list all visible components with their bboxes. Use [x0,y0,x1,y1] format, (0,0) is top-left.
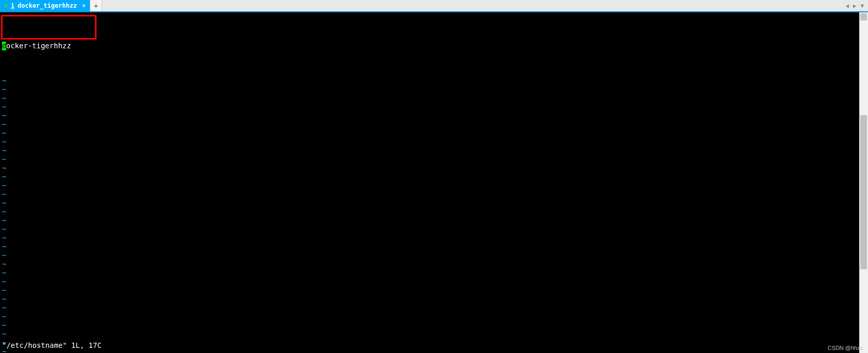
tab-title: docker_tigerhhzz [17,2,77,9]
terminal[interactable]: docker-tigerhhzz ~~~~~~~~~~~~~~~~~~~~~~~… [0,12,859,353]
empty-line-tilde: ~ [2,164,857,173]
empty-line-tilde: ~ [2,120,857,129]
empty-line-tilde: ~ [2,304,857,312]
empty-line-tilde: ~ [2,243,857,251]
empty-line-tilde: ~ [2,347,857,353]
empty-line-tilde: ~ [2,312,857,321]
empty-line-tilde: ~ [2,277,857,286]
cursor: d [2,42,6,50]
terminal-container: docker-tigerhhzz ~~~~~~~~~~~~~~~~~~~~~~~… [0,12,868,353]
empty-line-tilde: ~ [2,321,857,330]
tab-docker-tigerhhzz[interactable]: 1 docker_tigerhhzz × [0,0,90,11]
empty-line-tilde: ~ [2,173,857,181]
tab-bar: 1 docker_tigerhhzz × + ◀ ▶ ▼ [0,0,868,12]
empty-line-tilde: ~ [2,129,857,138]
empty-line-tilde: ~ [2,251,857,260]
empty-line-tilde: ~ [2,181,857,190]
empty-line-tilde: ~ [2,269,857,277]
close-icon[interactable]: × [82,2,86,9]
empty-line-tilde: ~ [2,286,857,295]
add-tab-button[interactable]: + [90,0,102,11]
scrollbar-arrow-up-icon[interactable] [860,13,867,21]
empty-line-tilde: ~ [2,208,857,216]
empty-line-tilde: ~ [2,77,857,85]
empty-line-tilde: ~ [2,225,857,234]
empty-line-tilde: ~ [2,234,857,243]
tab-menu-icon[interactable]: ▼ [859,3,865,9]
connection-dot-icon [4,4,8,8]
empty-line-tilde: ~ [2,94,857,103]
empty-line-tilde: ~ [2,295,857,304]
empty-line-tilde: ~ [2,146,857,155]
tab-index: 1 [11,2,14,9]
tabbar-spacer [102,0,841,11]
line-text: ocker-tigerhhzz [6,42,71,50]
empty-line-tilde: ~ [2,112,857,120]
empty-line-tilde: ~ [2,155,857,164]
empty-line-tilde: ~ [2,85,857,94]
empty-line-tilde: ~ [2,339,857,347]
scrollbar-thumb[interactable] [860,115,867,269]
empty-line-tilde: ~ [2,260,857,269]
empty-line-tilde: ~ [2,190,857,199]
vertical-scrollbar[interactable] [859,12,868,353]
tabbar-right-controls: ◀ ▶ ▼ [841,0,868,11]
empty-line-tilde: ~ [2,103,857,112]
empty-line-tilde: ~ [2,330,857,339]
empty-line-tilde: ~ [2,199,857,208]
empty-line-tilde: ~ [2,216,857,225]
editor-line-1: docker-tigerhhzz [2,42,857,50]
tab-prev-icon[interactable]: ◀ [844,3,850,9]
empty-line-tilde: ~ [2,138,857,146]
vim-status-line: "/etc/hostname" 1L, 17C [2,341,102,350]
tab-next-icon[interactable]: ▶ [852,3,858,9]
